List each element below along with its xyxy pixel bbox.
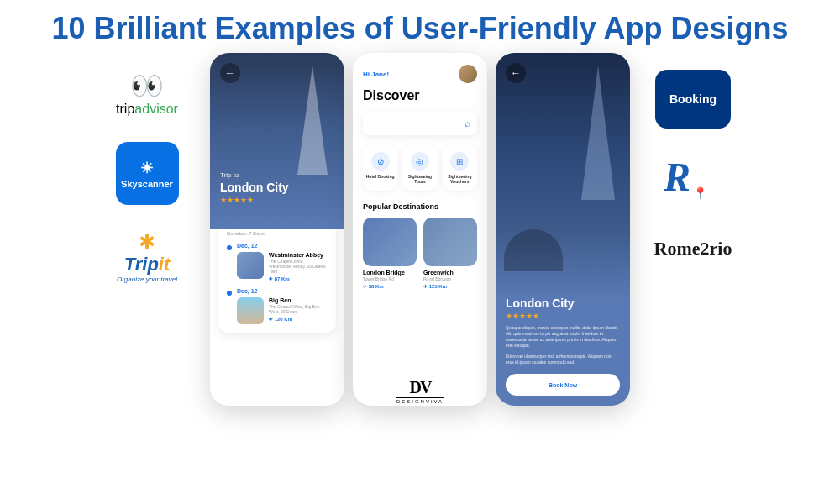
greeting: Hi Jane! — [363, 71, 389, 78]
phone1-hero: ← Trip to London City ★★★★★ — [210, 53, 344, 229]
sun-icon: ☀ — [121, 159, 173, 177]
discover-heading: Discover — [363, 88, 477, 103]
phone3-content: London City ★★★★★ Quisque aliquet, massa… — [506, 297, 620, 396]
compass-icon: ◎ — [411, 152, 429, 171]
destinations-row: London Bridge Tower Bridge Rd ✈ 38 Km Gr… — [363, 218, 477, 289]
category-label: Sightseeing Vouchers — [445, 174, 475, 184]
rating-stars: ★★★★★ — [220, 196, 334, 204]
shard-graphic — [297, 66, 328, 175]
r-logo: R 📍 — [664, 154, 722, 213]
owl-icon: 👀 — [130, 70, 164, 102]
page-title: 10 Brilliant Examples of User-Friendly A… — [0, 0, 840, 53]
tour-item[interactable]: Dec, 12 Westminster Abbey The Chapel Off… — [227, 243, 328, 281]
destination-image — [363, 218, 417, 266]
popular-heading: Popular Destinations — [363, 202, 477, 211]
tour-date: Dec, 12 — [237, 243, 328, 249]
content-row: 👀 tripadvisor ☀ Skyscanner ✱ Tripit Orga… — [0, 53, 840, 406]
city-description: Quisque aliquet, massa a tempus mollis, … — [506, 325, 620, 349]
burst-icon: ✱ — [139, 230, 155, 254]
tour-item[interactable]: Dec, 12 Big Ben The Chapel Office, Big B… — [227, 288, 328, 324]
booking-logo: Booking — [655, 70, 731, 129]
brand-skyscanner: ☀ Skyscanner — [97, 142, 197, 205]
tripadvisor-text: tripadvisor — [116, 102, 178, 117]
building-graphic — [504, 229, 563, 271]
tour-name: Big Ben — [269, 297, 328, 303]
brand-booking: Booking — [655, 70, 731, 129]
gift-icon: ⊞ — [450, 152, 469, 171]
tour-date: Dec, 12 — [237, 288, 328, 294]
phone-mockups: ← Trip to London City ★★★★★ Tour Details… — [210, 53, 630, 406]
phone-1: ← Trip to London City ★★★★★ Tour Details… — [210, 53, 344, 406]
brand-rome2rio: Rome2rio — [654, 238, 732, 260]
category-sightseeing[interactable]: ◎ Sightseeing Tours — [402, 145, 437, 191]
category-vouchers[interactable]: ⊞ Sightseeing Vouchers — [443, 145, 477, 191]
destination-card[interactable]: London Bridge Tower Bridge Rd ✈ 38 Km — [363, 218, 417, 289]
card-subtitle: Duration: 7 Days — [227, 231, 328, 236]
brand-r: R 📍 — [664, 154, 722, 213]
tour-name: Westminster Abbey — [269, 252, 328, 258]
destination-distance: ✈ 125 Km — [423, 283, 477, 289]
category-label: Sightseeing Tours — [405, 174, 434, 184]
shard-graphic — [581, 66, 615, 200]
category-row: ⊘ Hotel Booking ◎ Sightseeing Tours ⊞ Si… — [363, 145, 477, 191]
city-name: London City — [220, 181, 334, 194]
tripit-tagline: Organize your travel — [117, 276, 177, 283]
destination-card[interactable]: Greenwich Royal Borough ✈ 125 Km — [423, 218, 477, 289]
destination-image — [423, 218, 477, 266]
brand-tripadvisor: 👀 tripadvisor — [97, 70, 197, 117]
tour-image — [237, 297, 264, 324]
back-button[interactable]: ← — [220, 63, 240, 83]
city-description-2: Etiam vel ullamcorper nisl, a rhoncus tu… — [506, 354, 620, 365]
book-button[interactable]: Book Now — [506, 374, 620, 396]
phone2-header: Hi Jane! — [363, 65, 477, 83]
city-name: London City — [506, 297, 620, 310]
rating-stars: ★★★★★ — [506, 312, 620, 320]
tour-desc: The Chapel Office, Big Ben West, 20 Dean — [269, 304, 328, 314]
right-brands: Booking R 📍 Rome2rio — [643, 53, 743, 260]
tour-image — [237, 252, 264, 279]
tripit-logo: Tripit — [124, 254, 171, 276]
designviva-logo: DV DESIGNVIVA — [396, 378, 444, 404]
search-input[interactable]: ⌕ — [363, 112, 477, 135]
tour-distance: ✈ 120 Km — [269, 316, 328, 322]
date-dot — [227, 245, 232, 250]
avatar[interactable] — [459, 65, 477, 83]
brand-tripit: ✱ Tripit Organize your travel — [97, 230, 197, 283]
date-dot — [227, 291, 232, 296]
destination-distance: ✈ 38 Km — [363, 283, 417, 289]
left-brands: 👀 tripadvisor ☀ Skyscanner ✱ Tripit Orga… — [97, 53, 197, 283]
phone-3: ← London City ★★★★★ Quisque aliquet, mas… — [496, 53, 630, 406]
rome2rio-logo: Rome2rio — [654, 238, 732, 260]
back-button[interactable]: ← — [506, 63, 526, 83]
destination-desc: Royal Borough — [423, 276, 477, 281]
phone-2: Hi Jane! Discover ⌕ ⊘ Hotel Booking ◎ Si… — [353, 53, 487, 406]
tour-desc: The Chapel Office, Westminster Abbey, 20… — [269, 259, 328, 274]
tour-details-card: Tour Details Duration: 7 Days Dec, 12 We… — [218, 213, 336, 333]
category-label: Hotel Booking — [365, 174, 395, 179]
tour-distance: ✈ 87 Km — [269, 276, 328, 281]
pin-icon: 📍 — [693, 186, 707, 200]
category-hotel[interactable]: ⊘ Hotel Booking — [363, 145, 397, 191]
destination-name: London Bridge — [363, 270, 417, 276]
destination-desc: Tower Bridge Rd — [363, 276, 417, 281]
destination-name: Greenwich — [423, 270, 477, 276]
search-icon: ⌕ — [465, 118, 470, 129]
key-icon: ⊘ — [371, 152, 390, 171]
trip-label: Trip to — [220, 171, 334, 179]
skyscanner-logo: ☀ Skyscanner — [116, 142, 179, 205]
